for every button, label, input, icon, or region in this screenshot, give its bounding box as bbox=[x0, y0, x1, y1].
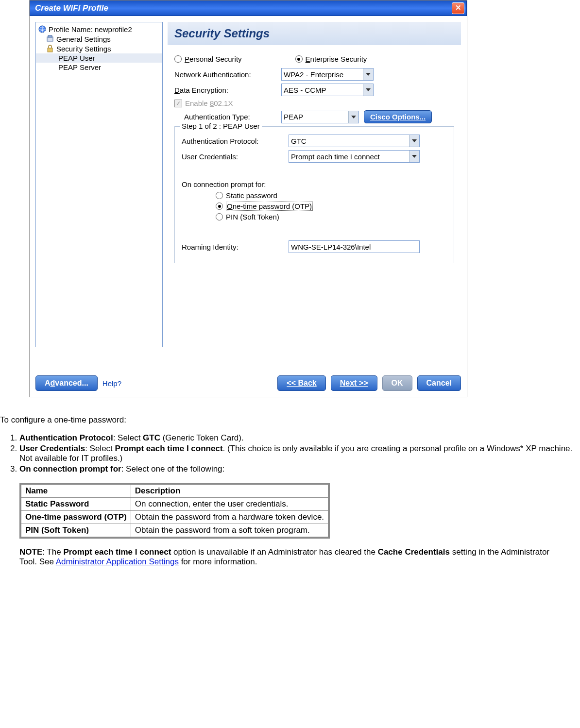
checkbox-icon bbox=[174, 100, 182, 107]
dialog-body: Profile Name: newprofile2 General Settin… bbox=[30, 16, 467, 397]
step-3: On connection prompt for: Select one of … bbox=[19, 464, 580, 474]
tree-label: Security Settings bbox=[56, 45, 111, 53]
cell-desc: Obtain the password from a hardware toke… bbox=[131, 511, 329, 524]
input-roaming-identity[interactable]: WNG-SE-LP14-326\Intel bbox=[289, 240, 420, 253]
dropdown-auth-protocol[interactable]: GTC bbox=[289, 135, 420, 147]
cell-name: PIN (Soft Token) bbox=[25, 525, 89, 535]
radio-label: PIN (Soft Token) bbox=[226, 213, 279, 221]
radio-icon bbox=[295, 55, 303, 63]
cell-name: Static Password bbox=[25, 499, 89, 508]
tree-profile[interactable]: Profile Name: newprofile2 bbox=[36, 24, 162, 34]
tree-peap-user[interactable]: PEAP User bbox=[36, 53, 162, 63]
dropdown-value: WPA2 - Enterprise bbox=[284, 70, 343, 79]
step-1: Authentication Protocol: Select GTC (Gen… bbox=[19, 433, 580, 443]
label-on-connection-prompt: On connection prompt for: bbox=[182, 180, 447, 188]
table-header: Description bbox=[131, 484, 329, 498]
dropdown-user-credentials[interactable]: Prompt each time I connect bbox=[289, 150, 420, 163]
cancel-button[interactable]: Cancel bbox=[417, 375, 461, 391]
close-icon[interactable]: ✕ bbox=[452, 2, 464, 14]
radio-label: Static password bbox=[226, 191, 277, 200]
cell-desc: Obtain the password from a soft token pr… bbox=[131, 524, 329, 538]
back-button[interactable]: << Back bbox=[277, 375, 325, 391]
next-button[interactable]: Next >> bbox=[331, 375, 377, 391]
settings-icon bbox=[46, 34, 54, 43]
button-bar: Advanced... Help? << Back Next >> OK Can… bbox=[35, 375, 461, 391]
document-section: To configure a one-time password: Authen… bbox=[0, 397, 580, 567]
tree-label: General Settings bbox=[56, 35, 111, 43]
tree-label: Profile Name: newprofile2 bbox=[49, 25, 132, 34]
help-link[interactable]: Help? bbox=[102, 379, 121, 388]
cell-name: One-time password (OTP) bbox=[25, 512, 127, 522]
steps-list: Authentication Protocol: Select GTC (Gen… bbox=[5, 433, 580, 474]
intro-text: To configure a one-time password: bbox=[0, 415, 580, 425]
titlebar: Create WiFi Profile ✕ bbox=[30, 0, 467, 16]
tree-general[interactable]: General Settings bbox=[36, 34, 162, 44]
radio-enterprise-security[interactable]: Enterprise Security bbox=[295, 55, 367, 63]
input-value: WNG-SE-LP14-326\Intel bbox=[291, 243, 371, 251]
chevron-down-icon bbox=[409, 135, 419, 147]
tree-security[interactable]: Security Settings bbox=[36, 44, 162, 53]
radio-icon bbox=[216, 213, 223, 220]
radio-label: Enterprise Security bbox=[306, 55, 367, 63]
dropdown-value: GTC bbox=[291, 137, 307, 145]
chevron-down-icon bbox=[348, 111, 358, 123]
nav-tree[interactable]: Profile Name: newprofile2 General Settin… bbox=[35, 22, 163, 347]
label-user-credentials: User Credentials: bbox=[182, 152, 289, 161]
checkbox-label: Enable 802.1X bbox=[185, 99, 233, 107]
tree-label: PEAP User bbox=[58, 54, 95, 62]
radio-icon bbox=[174, 55, 182, 63]
ok-button[interactable]: OK bbox=[382, 375, 412, 391]
dropdown-value: Prompt each time I connect bbox=[291, 152, 380, 161]
radio-otp[interactable]: One-time password (OTP) bbox=[216, 202, 447, 211]
tree-label: PEAP Server bbox=[58, 63, 101, 71]
window-title: Create WiFi Profile bbox=[32, 3, 452, 13]
chevron-down-icon bbox=[363, 68, 373, 80]
dropdown-value: PEAP bbox=[284, 113, 303, 121]
cisco-options-button[interactable]: Cisco Options... bbox=[364, 110, 432, 123]
radio-label: One-time password (OTP) bbox=[226, 202, 313, 211]
page-title: Security Settings bbox=[168, 22, 461, 45]
label-data-encryption: Data Encryption: bbox=[174, 86, 281, 94]
radio-pin-soft-token[interactable]: PIN (Soft Token) bbox=[216, 213, 447, 221]
dropdown-data-encryption[interactable]: AES - CCMP bbox=[281, 84, 374, 96]
lock-icon bbox=[46, 44, 54, 53]
table-row: PIN (Soft Token)Obtain the password from… bbox=[20, 524, 329, 538]
table-row: NameDescription bbox=[20, 484, 329, 498]
table-row: One-time password (OTP)Obtain the passwo… bbox=[20, 511, 329, 524]
dialog-window: Create WiFi Profile ✕ Profile Name: newp… bbox=[29, 0, 467, 397]
globe-icon bbox=[38, 25, 47, 34]
groupbox-title: Step 1 of 2 : PEAP User bbox=[180, 122, 262, 130]
dropdown-auth-type[interactable]: PEAP bbox=[281, 111, 359, 123]
svg-rect-3 bbox=[48, 48, 52, 52]
label-network-auth: Network Authentication: bbox=[174, 70, 281, 79]
radio-static-password[interactable]: Static password bbox=[216, 191, 447, 200]
dropdown-value: AES - CCMP bbox=[284, 86, 326, 94]
checkbox-enable-8021x: Enable 802.1X bbox=[174, 99, 454, 107]
radio-icon bbox=[216, 192, 223, 199]
radio-personal-security[interactable]: Personal Security bbox=[174, 55, 242, 63]
note-text: NOTE: The Prompt each time I connect opt… bbox=[19, 547, 580, 567]
dropdown-network-auth[interactable]: WPA2 - Enterprise bbox=[281, 68, 374, 81]
chevron-down-icon bbox=[409, 151, 419, 162]
cell-desc: On connection, enter the user credential… bbox=[131, 498, 329, 511]
tree-peap-server[interactable]: PEAP Server bbox=[36, 63, 162, 72]
table-header: Name bbox=[20, 484, 131, 498]
table-row: Static PasswordOn connection, enter the … bbox=[20, 498, 329, 511]
label-auth-type: Authentication Type: bbox=[184, 113, 281, 121]
step-2: User Credentials: Select Prompt each tim… bbox=[19, 444, 580, 463]
chevron-down-icon bbox=[363, 84, 373, 96]
label-roaming-identity: Roaming Identity: bbox=[182, 243, 289, 251]
label-auth-protocol: Authentication Protocol: bbox=[182, 137, 289, 145]
admin-settings-link[interactable]: Administrator Application Settings bbox=[56, 557, 179, 566]
main-panel: Security Settings Personal Security Ente… bbox=[163, 22, 461, 391]
groupbox-peap-user: Step 1 of 2 : PEAP User Authentication P… bbox=[174, 126, 454, 263]
options-table: NameDescription Static PasswordOn connec… bbox=[19, 483, 330, 539]
radio-icon bbox=[216, 203, 223, 210]
radio-label: Personal Security bbox=[185, 55, 242, 63]
advanced-button[interactable]: Advanced... bbox=[35, 375, 98, 391]
svg-rect-2 bbox=[48, 35, 52, 37]
